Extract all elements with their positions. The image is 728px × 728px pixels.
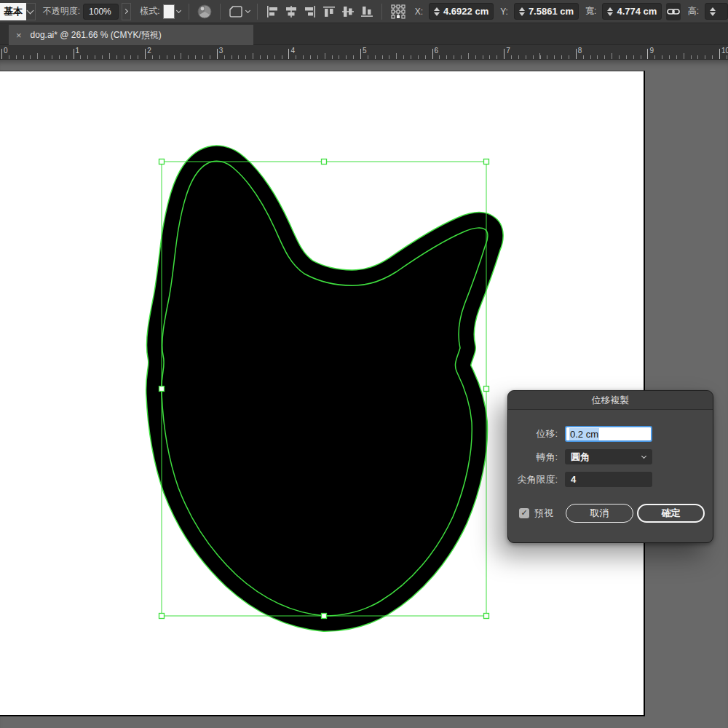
ruler-tick-label: 6: [435, 47, 439, 55]
x-input[interactable]: 4.6922 cm: [429, 3, 494, 20]
y-stepper[interactable]: [519, 7, 525, 16]
opacity-stepper-button[interactable]: [122, 3, 131, 20]
height-input[interactable]: [705, 3, 728, 20]
document-tab[interactable]: × dog.ai* @ 261.66 % (CMYK/預視): [9, 25, 253, 45]
x-stepper[interactable]: [434, 7, 440, 16]
chain-link-icon: [667, 7, 680, 16]
dog-head-silhouette[interactable]: [162, 161, 488, 616]
selection-handle[interactable]: [484, 387, 489, 392]
toolbar-divider: [257, 4, 258, 20]
ruler-tick-label: 7: [506, 47, 510, 55]
selection-handle[interactable]: [322, 614, 327, 619]
ruler-tick-label: 8: [578, 47, 582, 55]
ruler-tick-label: 4: [290, 47, 295, 55]
constrain-proportions-toggle[interactable]: [666, 3, 680, 20]
preview-label: 預視: [534, 507, 553, 520]
ruler-major-tick: [504, 49, 505, 59]
dialog-titlebar[interactable]: 位移複製: [508, 391, 713, 410]
x-value: 4.6922 cm: [443, 6, 488, 17]
miter-limit-input[interactable]: 4: [565, 472, 652, 487]
offset-input[interactable]: 0.2 cm: [565, 426, 652, 442]
y-value: 7.5861 cm: [529, 6, 574, 17]
align-vertical-center-button[interactable]: [339, 2, 357, 21]
opacity-input[interactable]: 100%: [83, 4, 119, 20]
selection-handle[interactable]: [484, 614, 489, 619]
joins-dropdown[interactable]: 圓角: [565, 449, 652, 464]
style-dropdown-button[interactable]: [175, 3, 183, 20]
appearance-dropdown-button[interactable]: [26, 3, 36, 20]
recolor-artwork-button[interactable]: [194, 2, 215, 21]
y-input[interactable]: 7.5861 cm: [514, 3, 579, 20]
joins-field-label: 轉角:: [463, 451, 558, 464]
ruler-tick-label: 0: [4, 47, 8, 55]
selection-handle[interactable]: [159, 387, 165, 392]
cancel-button[interactable]: 取消: [566, 504, 633, 523]
align-bottom-icon: [360, 4, 374, 19]
ruler-tick-label: 10: [721, 47, 728, 55]
width-label: 寬:: [585, 5, 596, 17]
appearance-select[interactable]: 基本: [0, 3, 26, 20]
width-stepper[interactable]: [607, 7, 613, 16]
toolbar-divider: [381, 4, 382, 20]
height-stepper[interactable]: [710, 7, 716, 16]
appearance-value: 基本: [4, 5, 23, 18]
opacity-label: 不透明度:: [43, 5, 80, 17]
reference-point-grid-icon: [389, 3, 407, 20]
reference-point-locator[interactable]: [387, 2, 409, 21]
align-left-icon: [265, 4, 280, 19]
ruler-major-tick: [576, 49, 577, 59]
ruler-tick-label: 5: [363, 47, 367, 55]
shape-widget-icon: [227, 4, 245, 20]
align-horizontal-center-button[interactable]: [282, 2, 301, 21]
document-tab-bar: × dog.ai* @ 261.66 % (CMYK/預視): [0, 23, 728, 45]
align-right-button[interactable]: [301, 2, 320, 21]
width-value: 4.774 cm: [617, 6, 657, 17]
align-top-button[interactable]: [320, 2, 339, 21]
shape-properties-button[interactable]: [225, 2, 252, 21]
selection-handle[interactable]: [159, 159, 165, 165]
align-vertical-center-icon: [341, 4, 355, 19]
close-tab-button[interactable]: ×: [16, 30, 22, 41]
offset-path-dialog: 位移複製 位移: 0.2 cm 轉角: 圓角 尖角限度: 4: [507, 390, 713, 543]
ruler-major-tick: [1, 49, 2, 59]
joins-value: 圓角: [571, 451, 590, 464]
miter-limit-label: 尖角限度:: [463, 473, 558, 486]
opacity-value: 100%: [89, 7, 111, 17]
horizontal-ruler[interactable]: 012345678910: [0, 45, 728, 60]
selection-handle[interactable]: [484, 159, 489, 165]
align-horizontal-center-icon: [284, 4, 298, 19]
y-label: Y:: [500, 7, 508, 17]
checkmark-icon: ✓: [521, 508, 527, 518]
style-label: 樣式:: [140, 5, 159, 17]
ok-button-label: 確定: [662, 507, 681, 520]
cancel-button-label: 取消: [590, 507, 609, 520]
align-right-icon: [303, 4, 317, 19]
height-label: 高:: [688, 5, 699, 17]
offset-value-selected-text: 0.2 cm: [569, 428, 599, 440]
ruler-major-tick: [217, 49, 218, 59]
selection-handle[interactable]: [159, 614, 165, 619]
ruler-major-tick: [360, 49, 361, 59]
toolbar-divider: [189, 4, 189, 20]
chevron-down-icon: [245, 7, 250, 12]
document-tab-title: dog.ai* @ 261.66 % (CMYK/預視): [31, 29, 162, 41]
toolbar-divider: [220, 4, 221, 20]
ok-button[interactable]: 確定: [637, 504, 705, 523]
options-toolbar: 基本 不透明度: 100% 樣式:: [0, 0, 728, 23]
offset-field-label: 位移:: [463, 427, 558, 440]
x-label: X:: [415, 7, 423, 17]
selection-handle[interactable]: [322, 159, 327, 165]
ruler-major-tick: [719, 49, 720, 59]
width-input[interactable]: 4.774 cm: [602, 3, 662, 20]
align-bottom-button[interactable]: [357, 2, 376, 21]
style-swatch[interactable]: [163, 4, 175, 19]
illustrator-window: 基本 不透明度: 100% 樣式:: [0, 0, 728, 728]
chevron-down-icon: [27, 7, 34, 14]
preview-checkbox[interactable]: ✓: [519, 508, 529, 518]
miter-limit-value: 4: [571, 474, 576, 485]
align-left-button[interactable]: [263, 2, 282, 21]
ruler-major-tick: [432, 49, 433, 59]
ruler-major-tick: [647, 49, 648, 59]
canvas-pasteboard[interactable]: 位移複製 位移: 0.2 cm 轉角: 圓角 尖角限度: 4: [0, 60, 728, 728]
align-top-icon: [322, 4, 336, 19]
